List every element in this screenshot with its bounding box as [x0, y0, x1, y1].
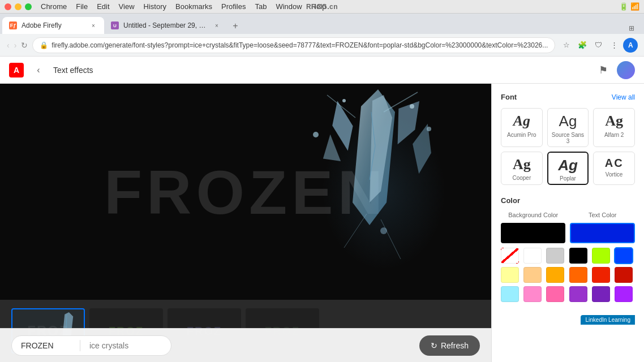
svg-point-7 [427, 127, 431, 131]
refresh-icon: ↻ [431, 341, 437, 350]
font-card-source-sans-3[interactable]: Ag Source Sans 3 [547, 108, 589, 147]
close-dot[interactable] [5, 3, 11, 10]
extensions-button[interactable]: ⊞ [626, 23, 637, 34]
color-swatch-peach[interactable] [523, 267, 542, 283]
menu-file[interactable]: File [76, 2, 88, 11]
address-right-icons: ☆ 🧩 🛡 ⋮ A [560, 38, 638, 53]
color-swatch-sky-blue[interactable] [501, 286, 519, 302]
color-labels-row: Background Color Text Color [501, 212, 635, 218]
linkedin-area: LinkedIn Learning [501, 313, 635, 325]
font-view-all[interactable]: View all [612, 93, 635, 101]
color-swatch-blue[interactable] [615, 248, 633, 264]
style-prompt-input[interactable] [80, 341, 171, 350]
font-preview-vortice: AC [605, 157, 624, 169]
text-input-group [11, 335, 171, 356]
color-swatch-light-gray[interactable] [546, 248, 564, 264]
font-name-poplar: Poplar [560, 175, 576, 182]
font-name-alfarn-2: Alfarn 2 [604, 132, 624, 138]
tab-untitled[interactable]: U Untitled - September 29, 202... × [104, 17, 227, 34]
color-swatch-hot-pink[interactable] [546, 286, 564, 302]
color-swatch-amber[interactable] [546, 267, 564, 283]
mac-right-icons: 🔋 📶 [619, 2, 639, 11]
menu-tab[interactable]: Tab [255, 2, 267, 11]
url-input[interactable]: 🔒 firefly.adobe.com/generate/font-styles… [32, 37, 555, 53]
refresh-label: Refresh [441, 341, 469, 350]
address-bar: ‹ › ↻ 🔒 firefly.adobe.com/generate/font-… [0, 34, 644, 57]
extension-icon-1[interactable]: 🧩 [576, 38, 589, 52]
maximize-dot[interactable] [25, 3, 32, 10]
reload-button[interactable]: ↻ [21, 38, 28, 52]
svg-point-6 [313, 132, 319, 137]
tab-firefly[interactable]: Fƒ Adobe Firefly × [2, 17, 104, 34]
tab-untitled-label: Untitled - September 29, 202... [123, 21, 208, 29]
menu-profiles[interactable]: Profiles [221, 2, 246, 11]
tab-firefly-close[interactable]: × [89, 21, 97, 29]
color-swatch-purple[interactable] [569, 286, 587, 302]
refresh-button[interactable]: ↻ Refresh [419, 335, 480, 356]
firefly-favicon: Fƒ [9, 21, 17, 29]
font-card-cooper[interactable]: Ag Cooper [501, 152, 543, 186]
color-swatch-black[interactable] [569, 248, 587, 264]
font-name-vortice: Vortice [606, 171, 623, 178]
color-swatch-pink[interactable] [523, 286, 542, 302]
font-preview-poplar: Ag [558, 157, 578, 174]
color-swatch-orange[interactable] [569, 267, 587, 283]
color-swatch-pale-yellow[interactable] [501, 267, 519, 283]
adobe-a: A [14, 66, 19, 75]
color-swatch-red-orange[interactable] [592, 267, 610, 283]
new-tab-button[interactable]: + [227, 18, 243, 34]
tab-bar: Fƒ Adobe Firefly × U Untitled - Septembe… [0, 14, 644, 34]
ice-effect-svg [287, 89, 457, 287]
color-swatch-lime[interactable] [592, 248, 610, 264]
window-controls[interactable] [5, 3, 32, 10]
header-right: ⚑ [594, 61, 635, 79]
tab-untitled-close[interactable]: × [213, 21, 221, 29]
color-swatch-bright-purple[interactable] [615, 286, 633, 302]
color-swatch-transparent[interactable] [501, 248, 519, 264]
font-name-cooper: Cooper [512, 175, 531, 181]
text-color-swatch[interactable] [570, 223, 636, 243]
user-avatar[interactable] [617, 61, 635, 79]
canvas-preview: FROZEN [0, 84, 491, 300]
svg-line-13 [344, 214, 367, 248]
svg-point-10 [380, 227, 387, 234]
minimize-dot[interactable] [15, 3, 22, 10]
menu-chrome[interactable]: Chrome [41, 2, 67, 11]
frozen-text-input[interactable] [12, 341, 80, 350]
mac-os-bar: Chrome File Edit View History Bookmarks … [0, 0, 644, 14]
color-swatch-white[interactable] [523, 248, 542, 264]
extension-icon-3[interactable]: ⋮ [607, 38, 621, 52]
color-grid-row-1 [501, 248, 635, 264]
font-preview-alfarn-2: Ag [605, 113, 623, 130]
bg-color-swatch[interactable] [501, 223, 565, 243]
help-icon[interactable]: ⚑ [594, 61, 612, 79]
color-grid-row-2 [501, 267, 635, 283]
font-card-acumin-pro[interactable]: Ag Acumin Pro [501, 108, 543, 147]
font-section-title: Font [501, 93, 517, 101]
adobe-logo[interactable]: A [9, 63, 24, 77]
font-name-acumin-pro: Acumin Pro [507, 132, 536, 138]
svg-line-14 [381, 219, 401, 259]
menu-bookmarks[interactable]: Bookmarks [175, 2, 212, 11]
linkedin-badge: LinkedIn Learning [581, 315, 635, 325]
font-name-source-sans-3: Source Sans 3 [551, 132, 585, 144]
back-button[interactable]: ‹ [7, 38, 10, 52]
font-card-vortice[interactable]: AC Vortice [593, 152, 635, 186]
font-card-alfarn-2[interactable]: Ag Alfarn 2 [593, 108, 635, 147]
text-color-label: Text Color [570, 212, 636, 218]
canvas-area: FROZEN [0, 84, 491, 362]
forward-button[interactable]: › [14, 38, 17, 52]
menu-view[interactable]: View [119, 2, 135, 11]
menu-edit[interactable]: Edit [97, 2, 109, 11]
bookmark-icon[interactable]: ☆ [560, 38, 573, 52]
font-card-poplar[interactable]: Ag Poplar [547, 152, 589, 186]
bottom-bar: ↻ Refresh [0, 328, 491, 362]
svg-point-8 [342, 99, 346, 102]
menu-history[interactable]: History [144, 2, 166, 11]
chrome-profile-avatar[interactable]: A [623, 38, 638, 53]
back-nav-button[interactable]: ‹ [31, 62, 46, 78]
color-swatch-violet[interactable] [592, 286, 610, 302]
menu-window[interactable]: Window [276, 2, 302, 11]
color-swatch-red[interactable] [615, 267, 633, 283]
extension-icon-2[interactable]: 🛡 [591, 38, 605, 52]
